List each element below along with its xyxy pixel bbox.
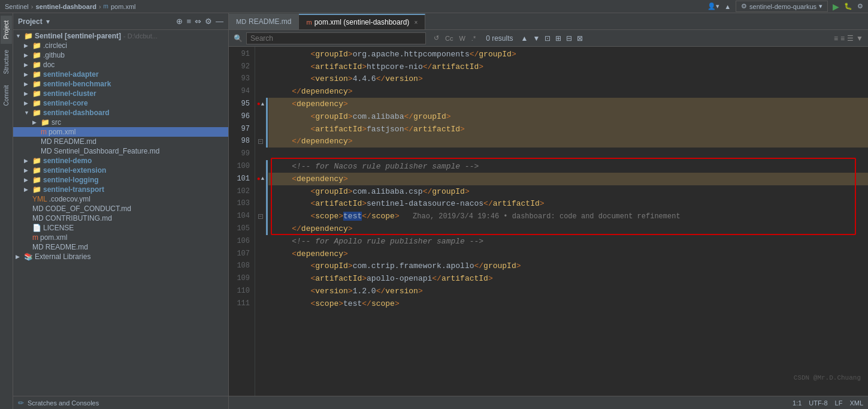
tree-item-conduct[interactable]: MD CODE_OF_CONDUCT.md <box>13 204 228 213</box>
code-line-100[interactable]: <!-- for Nacos rule publisher sample --> <box>268 160 868 173</box>
tree-item-sentinel[interactable]: ▼ 📁 Sentinel [sentinel-parent] - D:\dcbu… <box>13 31 228 41</box>
breadcrumb-pom[interactable]: pom.xml <box>111 3 136 10</box>
code-line-111[interactable]: <scope>test</scope> <box>268 297 868 310</box>
tree-item-ext-libs[interactable]: ▶ 📚 External Libraries <box>13 252 228 261</box>
refresh-search-btn[interactable]: ↺ <box>432 34 441 43</box>
collapse-all-icon[interactable]: ≡ <box>186 17 191 26</box>
breadcrumb-dashboard[interactable]: sentinel-dashboard <box>35 3 96 10</box>
run-button[interactable]: ▶ <box>833 2 839 11</box>
code-line-101[interactable]: <dependency> <box>268 173 868 185</box>
code-line-103[interactable]: <artifactId>sentinel-datasource-nacos</a… <box>268 198 868 210</box>
breadcrumb-sentinel[interactable]: Sentinel <box>5 3 29 10</box>
folder-icon-benchmark: 📁 <box>32 80 41 88</box>
tab-readme[interactable]: MD README.md <box>229 14 299 29</box>
tree-item-github[interactable]: ▶ 📁 .github <box>13 50 228 60</box>
line-num-110: 110 <box>229 285 250 297</box>
up-arrow-icon[interactable]: ▲ <box>724 3 731 10</box>
line-ending[interactable]: LF <box>835 399 843 407</box>
regex-btn[interactable]: .* <box>470 34 477 43</box>
tab-pom[interactable]: m pom.xml (sentinel-dashboard) × <box>299 14 425 29</box>
code-line-109[interactable]: <artifactId>apollo-openapi</artifactId> <box>268 272 868 285</box>
sidebar-tab-project[interactable]: Project <box>1 16 12 44</box>
find-window-btn[interactable]: ⊡ <box>543 34 552 43</box>
code-line-99[interactable] <box>268 148 868 160</box>
tree-item-codecov[interactable]: YML .codecov.yml <box>13 194 228 204</box>
tree-item-readme-root[interactable]: MD README.md <box>13 242 228 252</box>
user-icon[interactable]: 👤▾ <box>707 2 719 10</box>
whole-word-btn[interactable]: W <box>457 34 467 43</box>
gutter-104[interactable]: − <box>255 210 266 222</box>
code-line-96[interactable]: <groupId>com.alibaba</groupId> <box>268 110 868 123</box>
code-line-106[interactable]: <!-- for Apollo rule publisher sample --… <box>268 235 868 248</box>
tree-item-readme-dashboard[interactable]: MD README.md <box>13 137 228 146</box>
line-num-100: 100 <box>229 160 250 173</box>
next-result-btn[interactable]: ▼ <box>531 34 542 43</box>
tree-item-transport[interactable]: ▶ 📁 sentinel-transport <box>13 185 228 194</box>
prev-result-btn[interactable]: ▲ <box>519 34 530 43</box>
tab-pom-close[interactable]: × <box>414 19 418 26</box>
code-line-105[interactable]: </dependency> <box>268 222 868 235</box>
panel-dropdown-icon[interactable]: ▾ <box>46 17 50 26</box>
line-num-94: 94 <box>229 85 250 98</box>
code-line-95[interactable]: <dependency> <box>268 98 868 110</box>
settings-icon[interactable]: ⚙ <box>205 17 212 26</box>
filter-results-btn[interactable]: ⊠ <box>575 34 585 43</box>
tree-item-dashboard[interactable]: ▼ 📁 sentinel-dashboard <box>13 108 228 118</box>
scratches-label[interactable]: Scratches and Consoles <box>28 399 99 407</box>
expand-icon[interactable]: ⇔ <box>195 17 201 26</box>
code-line-110[interactable]: <version>1.2.0</version> <box>268 285 868 297</box>
sidebar-tab-structure[interactable]: Structure <box>1 45 12 79</box>
locate-icon[interactable]: ⊕ <box>176 17 183 26</box>
match-case-btn[interactable]: Cc <box>443 34 455 43</box>
code-line-102[interactable]: <groupId>com.alibaba.csp</groupId> <box>268 185 868 198</box>
multi-match-btn[interactable]: ⊞ <box>554 34 563 43</box>
tree-item-demo[interactable]: ▶ 📁 sentinel-demo <box>13 156 228 166</box>
cursor-pos[interactable]: 1:1 <box>793 399 802 407</box>
code-line-92[interactable]: <artifactId>httpcore-nio</artifactId> <box>268 61 868 73</box>
debug-icon[interactable]: 🐛 <box>844 2 852 10</box>
filter-icon[interactable]: ▼ <box>856 34 863 43</box>
tree-item-doc[interactable]: ▶ 📁 doc <box>13 60 228 70</box>
close-panel-icon[interactable]: — <box>216 17 223 26</box>
tree-item-benchmark[interactable]: ▶ 📁 sentinel-benchmark <box>13 79 228 89</box>
tree-item-cluster[interactable]: ▶ 📁 sentinel-cluster <box>13 89 228 98</box>
tree-item-pom-root[interactable]: m pom.xml <box>13 233 228 242</box>
tree-item-core[interactable]: ▶ 📁 sentinel-core <box>13 98 228 108</box>
more-icon[interactable]: ⚙ <box>857 2 863 10</box>
tree-item-adapter[interactable]: ▶ 📁 sentinel-adapter <box>13 70 228 79</box>
tree-item-feature[interactable]: MD Sentinel_Dashboard_Feature.md <box>13 146 228 156</box>
folder-icon-github: 📁 <box>32 51 41 59</box>
tree-item-license[interactable]: 📄 LICENSE <box>13 223 228 233</box>
run-config-dropdown[interactable]: ⚙ sentinel-demo-quarkus ▾ <box>736 1 828 12</box>
code-area[interactable]: <groupId>org.apache.httpcomponents</grou… <box>268 47 868 396</box>
align-left-icon[interactable]: ≡ <box>834 34 838 43</box>
tree-item-extension[interactable]: ▶ 📁 sentinel-extension <box>13 166 228 175</box>
sidebar-tab-commit[interactable]: Commit <box>1 80 12 110</box>
search-input[interactable] <box>246 32 426 44</box>
code-line-91[interactable]: <groupId>org.apache.httpcomponents</grou… <box>268 48 868 61</box>
code-line-104[interactable]: <scope>test</scope> Zhao, 2019/3/4 19:46… <box>268 210 868 222</box>
project-tree: ▼ 📁 Sentinel [sentinel-parent] - D:\dcbu… <box>13 30 228 396</box>
code-line-108[interactable]: <groupId>com.ctrip.framework.apollo</gro… <box>268 260 868 273</box>
lines-icon[interactable]: ☰ <box>847 34 854 43</box>
tree-label-conduct: CODE_OF_CONDUCT.md <box>46 204 131 213</box>
code-line-98[interactable]: </dependency> <box>268 136 868 148</box>
code-line-107[interactable]: <dependency> <box>268 248 868 260</box>
encoding[interactable]: UTF-8 <box>809 399 827 407</box>
tree-item-src[interactable]: ▶ 📁 src <box>13 118 228 127</box>
gutter-98[interactable]: − <box>255 136 266 148</box>
regex-match-btn[interactable]: ⊟ <box>564 34 574 43</box>
file-type[interactable]: XML <box>849 399 863 407</box>
code-line-97[interactable]: <artifactId>fastjson</artifactId> <box>268 123 868 136</box>
folder-icon-demo: 📁 <box>32 157 41 165</box>
align-right-icon[interactable]: ≡ <box>840 34 845 43</box>
search-nav: ▲ ▼ ⊡ ⊞ ⊟ ⊠ <box>519 34 585 43</box>
code-line-93[interactable]: <version>4.4.6</version> <box>268 73 868 86</box>
tree-item-pom[interactable]: m pom.xml <box>13 127 228 137</box>
tree-item-logging[interactable]: ▶ 📁 sentinel-logging <box>13 175 228 185</box>
tree-item-contributing[interactable]: MD CONTRIBUTING.md <box>13 213 228 223</box>
tree-item-circleci[interactable]: ▶ 📁 .circleci <box>13 41 228 50</box>
editor-area: MD README.md m pom.xml (sentinel-dashboa… <box>229 13 868 409</box>
code-line-94[interactable]: </dependency> <box>268 85 868 98</box>
editor-content[interactable]: 91 92 93 94 95 96 97 98 99 100 101 102 1… <box>229 47 868 396</box>
